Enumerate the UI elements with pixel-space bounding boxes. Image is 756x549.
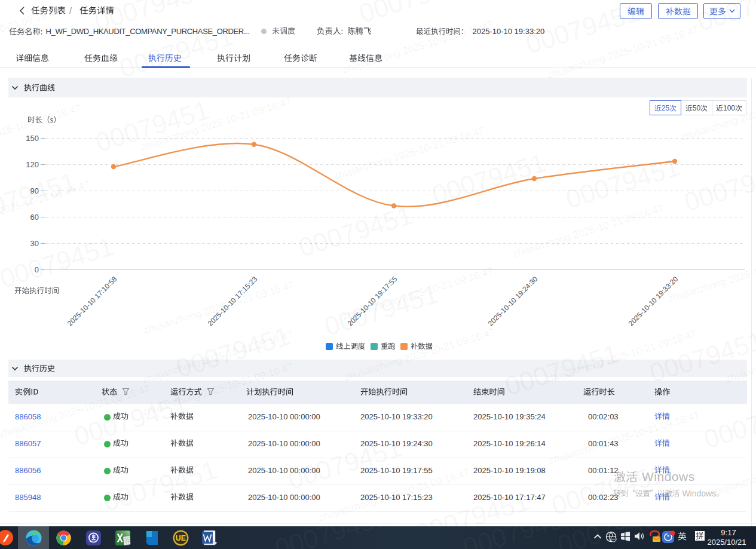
svg-text:UE: UE — [176, 534, 186, 542]
